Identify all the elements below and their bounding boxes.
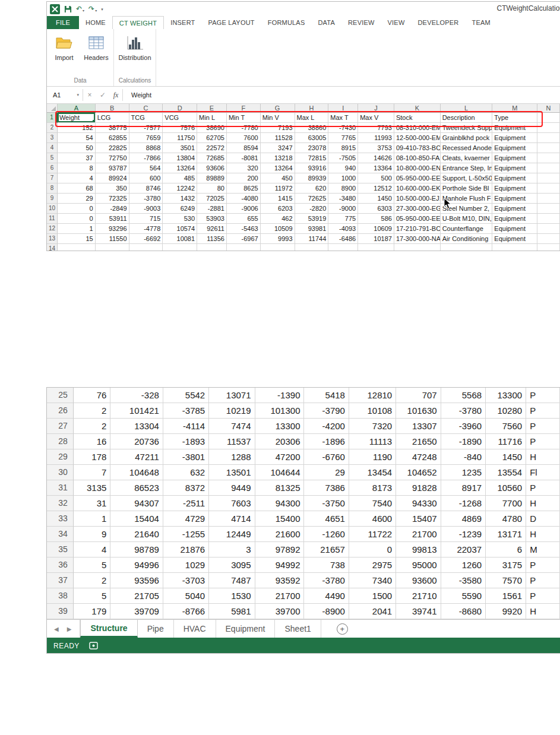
cell[interactable]: 97892 [255, 542, 305, 557]
cell[interactable]: 80 [197, 183, 227, 194]
cell[interactable]: 10280 [486, 403, 526, 419]
cell[interactable]: -7577 [129, 123, 163, 133]
cell[interactable]: P [526, 388, 560, 403]
cell[interactable]: P [526, 573, 560, 588]
cell[interactable]: 11537 [209, 434, 255, 449]
cell[interactable]: Stock [394, 113, 441, 123]
cell[interactable]: 940 [328, 163, 358, 173]
cell[interactable]: 12242 [163, 183, 197, 194]
column-header-D[interactable]: D [163, 104, 197, 113]
cell[interactable]: H [526, 496, 560, 511]
cell[interactable]: 8900 [328, 183, 358, 194]
cell[interactable]: 4600 [349, 511, 396, 527]
row-header-27[interactable]: 27 [47, 419, 74, 434]
cell[interactable]: P [526, 480, 560, 496]
cell[interactable]: 8868 [129, 143, 163, 153]
cell[interactable] [96, 244, 129, 251]
cell[interactable]: 104648 [110, 465, 163, 480]
cell[interactable]: 72815 [295, 153, 329, 163]
cell[interactable]: 738 [304, 557, 349, 573]
column-header-E[interactable]: E [197, 104, 227, 113]
cell[interactable]: 38775 [96, 123, 129, 133]
cell[interactable]: Recessed Anode [441, 143, 493, 153]
row-header-13[interactable]: 13 [47, 234, 58, 244]
sheet-tab-pipe[interactable]: Pipe [138, 620, 174, 638]
cell[interactable]: 72625 [295, 194, 329, 204]
insert-function-icon[interactable] [109, 91, 122, 100]
cell[interactable]: 0 [58, 204, 96, 214]
cell[interactable]: 8917 [441, 480, 486, 496]
cell[interactable]: 21640 [110, 527, 163, 542]
ribbon-tab-data[interactable]: DATA [311, 16, 341, 29]
cell[interactable]: 76 [74, 388, 110, 403]
row-header-1[interactable]: 1 [47, 113, 58, 123]
macro-record-icon[interactable] [89, 642, 98, 650]
column-header-M[interactable]: M [492, 104, 537, 113]
cell[interactable]: TCG [129, 113, 163, 123]
row-header-38[interactable]: 38 [47, 588, 74, 604]
cell[interactable]: 104644 [255, 465, 305, 480]
cell[interactable]: 8746 [129, 183, 163, 194]
cell[interactable]: 350 [96, 183, 129, 194]
cell[interactable]: 2 [74, 573, 110, 588]
cell[interactable]: 200 [227, 173, 261, 183]
cell[interactable]: -8900 [304, 604, 349, 619]
cell[interactable]: 94330 [396, 496, 441, 511]
cell[interactable]: Manhole Flush F [441, 194, 493, 204]
cell[interactable]: 93600 [396, 573, 441, 588]
cell[interactable]: Weight [58, 113, 96, 123]
cell[interactable]: 4714 [209, 511, 255, 527]
column-header-H[interactable]: H [295, 104, 329, 113]
cell[interactable]: -7505 [328, 153, 358, 163]
column-header-I[interactable]: I [328, 104, 358, 113]
cell[interactable]: 1288 [209, 449, 255, 465]
cell[interactable]: 152 [58, 123, 96, 133]
cell[interactable]: 4 [74, 542, 110, 557]
cell[interactable]: 11744 [295, 234, 329, 244]
row-header-25[interactable]: 25 [47, 388, 74, 403]
cell[interactable]: 9920 [486, 604, 526, 619]
cell[interactable]: 89889 [197, 173, 227, 183]
cell[interactable]: 86523 [110, 480, 163, 496]
confirm-entry-icon[interactable] [96, 91, 109, 99]
ribbon-tab-ct-weight[interactable]: CT WEIGHT [112, 16, 164, 29]
cell[interactable]: 7576 [163, 123, 197, 133]
cell[interactable]: 485 [163, 173, 197, 183]
cell[interactable]: 7700 [486, 496, 526, 511]
cell[interactable]: 8372 [163, 480, 209, 496]
cell[interactable]: 9993 [261, 234, 295, 244]
cell[interactable]: Equipment [492, 224, 537, 234]
cell[interactable]: 93296 [96, 224, 129, 234]
cell[interactable]: 1000 [328, 173, 358, 183]
cell[interactable] [227, 244, 261, 251]
cell[interactable]: 89939 [295, 173, 329, 183]
ribbon-tab-view[interactable]: VIEW [381, 16, 412, 29]
cell[interactable]: -4093 [328, 224, 358, 234]
row-header-5[interactable]: 5 [47, 153, 58, 163]
cell[interactable]: 95000 [396, 557, 441, 573]
cell[interactable]: 3135 [74, 480, 110, 496]
cell[interactable]: 4490 [304, 588, 349, 604]
cell[interactable]: -1893 [163, 434, 209, 449]
cell[interactable]: 47200 [255, 449, 305, 465]
cell[interactable]: 4780 [486, 511, 526, 527]
cell[interactable]: 7487 [209, 573, 255, 588]
cell[interactable]: Tweendeck Supp [441, 123, 493, 133]
cell[interactable]: -4080 [227, 194, 261, 204]
cell[interactable]: 7600 [227, 133, 261, 143]
cell[interactable]: -4114 [163, 419, 209, 434]
cell[interactable]: 15407 [396, 511, 441, 527]
cell[interactable]: 54 [58, 133, 96, 143]
cell[interactable]: -6760 [304, 449, 349, 465]
cell[interactable]: 10509 [261, 224, 295, 234]
cell[interactable]: Equipment [492, 194, 537, 204]
cell[interactable] [537, 204, 560, 214]
cell[interactable] [537, 163, 560, 173]
cell[interactable]: 62855 [96, 133, 129, 143]
cell[interactable]: 39709 [110, 604, 163, 619]
cell[interactable]: Air Conditioning [441, 234, 493, 244]
cell[interactable]: 12810 [349, 388, 396, 403]
cell[interactable]: P [526, 434, 560, 449]
cell[interactable]: 11716 [486, 434, 526, 449]
cell[interactable]: 1 [74, 511, 110, 527]
